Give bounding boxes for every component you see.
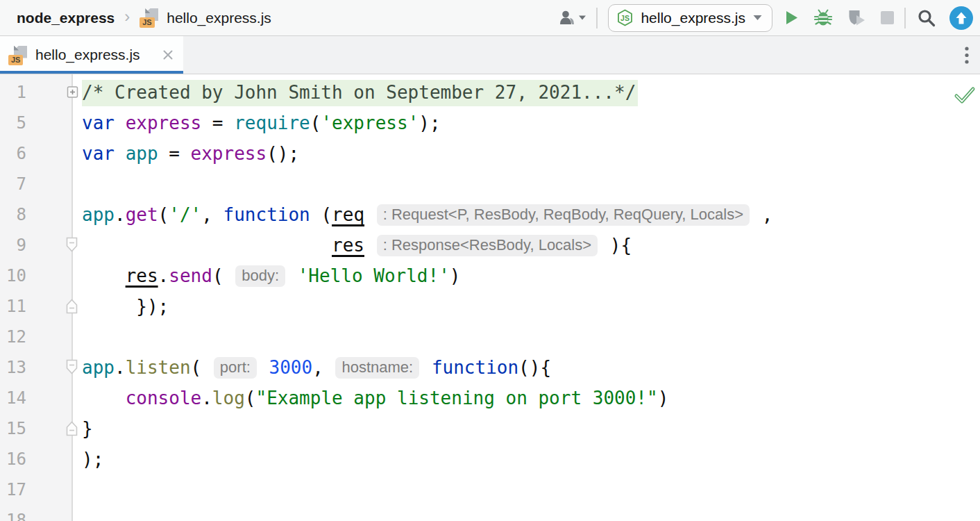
code-segment-p: ){: [599, 235, 632, 256]
inspection-status-widget[interactable]: [952, 84, 977, 109]
user-button[interactable]: [559, 10, 586, 26]
chevron-right-icon: ›: [124, 7, 130, 26]
line-number[interactable]: 9: [0, 230, 26, 260]
breadcrumb-project[interactable]: node_express: [17, 10, 115, 26]
code-segment-inlay: : Request<P, ResBody, ReqBody, ReqQuery,…: [377, 204, 750, 226]
fold-region-icon[interactable]: [65, 420, 78, 439]
code-segment-p: [258, 357, 269, 378]
fold-region-icon[interactable]: [65, 298, 78, 317]
stop-icon: [881, 11, 894, 24]
line-number[interactable]: 17: [0, 474, 26, 505]
coverage-button[interactable]: [847, 9, 866, 26]
editor-row[interactable]: 1/* Created by John Smith on September 2…: [0, 77, 980, 108]
code-line[interactable]: console.log("Example app listening on po…: [82, 383, 668, 413]
toolbar-separator: [596, 8, 598, 28]
code-segment-p: =: [158, 143, 191, 164]
line-number[interactable]: 16: [0, 444, 26, 474]
editor-row[interactable]: 18: [0, 505, 980, 521]
stop-button[interactable]: [881, 11, 894, 24]
line-number[interactable]: 13: [0, 352, 26, 383]
code-segment-teal: app: [126, 143, 158, 164]
code-line[interactable]: var express = require('express');: [82, 108, 441, 138]
fold-region-icon[interactable]: [65, 359, 78, 378]
code-line[interactable]: });: [82, 291, 169, 322]
code-line[interactable]: app.listen( port: 3000, hostname: functi…: [82, 352, 551, 384]
line-number[interactable]: 10: [0, 260, 26, 291]
breadcrumb-file[interactable]: hello_express.js: [167, 10, 271, 26]
bug-icon: [814, 9, 832, 27]
code-segment-inlay: hostname:: [335, 357, 419, 379]
line-number[interactable]: 11: [0, 291, 26, 322]
code-segment-glob: express: [126, 113, 202, 133]
editor-row[interactable]: 8app.get('/', function (req : Request<P,…: [0, 199, 980, 230]
editor-row[interactable]: 13app.listen( port: 3000, hostname: func…: [0, 352, 980, 383]
code-segment-kw: function: [432, 357, 518, 378]
code-segment-p: ,: [751, 204, 772, 225]
code-line[interactable]: res.send( body: 'Hello World!'): [82, 260, 460, 292]
editor-row[interactable]: 7: [0, 169, 980, 199]
code-segment-p: ();: [267, 143, 299, 164]
editor[interactable]: 1/* Created by John Smith on September 2…: [0, 74, 980, 521]
code-segment-p: (: [245, 388, 256, 408]
code-segment-p: .: [115, 204, 126, 225]
line-number[interactable]: 1: [0, 77, 26, 108]
code-segment-glob: get: [126, 204, 158, 225]
code-segment-p: [364, 204, 375, 225]
editor-row[interactable]: 16);: [0, 444, 980, 474]
code-line[interactable]: /* Created by John Smith on September 27…: [82, 77, 638, 108]
code-segment-kw: var: [82, 143, 115, 164]
code-segment-folded: /* Created by John Smith on September 27…: [82, 80, 638, 106]
code-segment-inlay: body:: [235, 265, 285, 287]
code-segment-p: );: [82, 449, 103, 470]
line-number[interactable]: 8: [0, 199, 26, 230]
update-arrow-icon: [956, 12, 967, 24]
tab-label: hello_express.js: [35, 47, 153, 63]
js-badge: JS: [8, 55, 23, 65]
code-segment-str: 'Hello World!': [298, 265, 450, 286]
user-icon: [559, 10, 575, 26]
code-line[interactable]: }: [82, 413, 93, 444]
code-line[interactable]: res : Response<ResBody, Locals> ){: [82, 230, 632, 262]
code-segment-olive: listen: [126, 357, 191, 378]
editor-row[interactable]: 11 });: [0, 291, 980, 322]
run-config-select[interactable]: JS hello_express.js: [608, 4, 772, 32]
tabs-more-button[interactable]: [954, 36, 980, 74]
tab-hello-express[interactable]: JS hello_express.js: [0, 36, 183, 74]
line-number[interactable]: 7: [0, 169, 26, 199]
code-segment-p: ,: [312, 357, 334, 378]
code-segment-glob: send: [169, 265, 212, 286]
close-icon[interactable]: [161, 48, 175, 62]
line-number[interactable]: 15: [0, 413, 26, 444]
code-segment-p: (){: [518, 357, 551, 378]
editor-row[interactable]: 12: [0, 322, 980, 352]
editor-row[interactable]: 5var express = require('express');: [0, 108, 980, 138]
line-number[interactable]: 5: [0, 108, 26, 138]
editor-row[interactable]: 10 res.send( body: 'Hello World!'): [0, 260, 980, 291]
code-segment-inlay: : Response<ResBody, Locals>: [377, 235, 598, 256]
ide-update-button[interactable]: [949, 6, 973, 30]
editor-row[interactable]: 6var app = express();: [0, 138, 980, 169]
line-number[interactable]: 6: [0, 138, 26, 169]
editor-row[interactable]: 9 res : Response<ResBody, Locals> ){: [0, 230, 980, 260]
run-button[interactable]: [784, 10, 800, 26]
search-everywhere-button[interactable]: [916, 8, 937, 28]
code-segment-kw: function: [223, 204, 310, 225]
code-segment-p: [421, 357, 432, 378]
code-line[interactable]: app.get('/', function (req : Request<P, …: [82, 199, 772, 231]
debug-button[interactable]: [814, 9, 832, 27]
code-line[interactable]: );: [82, 444, 103, 474]
code-segment-p: ,: [201, 204, 223, 225]
editor-row[interactable]: 17: [0, 474, 980, 505]
code-segment-p: .: [115, 357, 126, 378]
fold-expand-icon[interactable]: [67, 85, 78, 101]
code-line[interactable]: var app = express();: [82, 138, 299, 169]
fold-region-icon[interactable]: [65, 237, 78, 256]
code-segment-str: '/': [169, 204, 201, 225]
code-segment-p: (: [310, 113, 321, 133]
line-number[interactable]: 18: [0, 505, 26, 521]
editor-row[interactable]: 14 console.log("Example app listening on…: [0, 383, 980, 413]
line-number[interactable]: 12: [0, 322, 26, 352]
coverage-shield-icon: [847, 9, 866, 26]
line-number[interactable]: 14: [0, 383, 26, 413]
editor-row[interactable]: 15}: [0, 413, 980, 444]
